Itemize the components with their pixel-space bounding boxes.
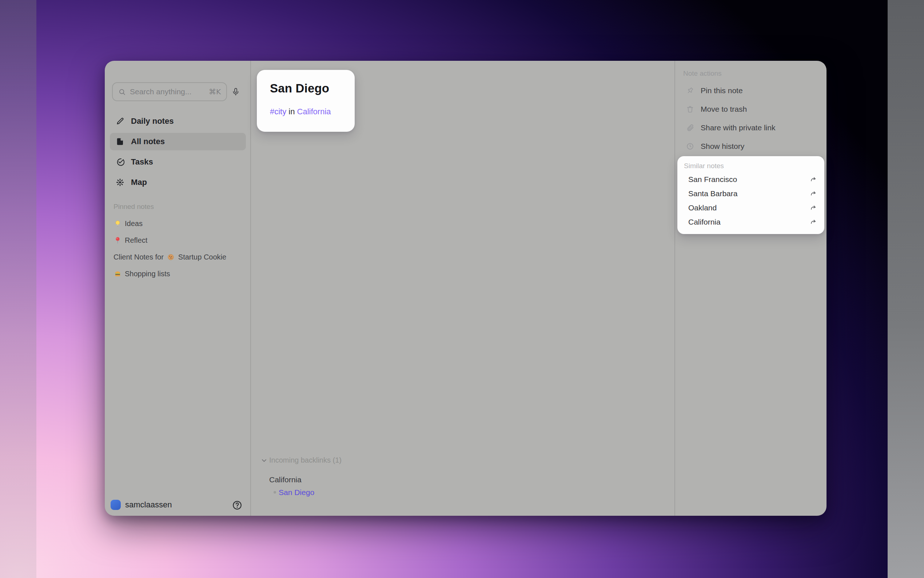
note-actions-panel: Note actions Pin this note — [675, 61, 827, 516]
search-shortcut: ⌘K — [209, 88, 221, 96]
sidebar-item-label: Daily notes — [131, 117, 173, 126]
sidebar-nav: Daily notes All notes Ta — [110, 112, 246, 194]
similar-notes-header: Similar notes — [684, 162, 724, 170]
backlink-bullet — [273, 491, 276, 494]
action-label: Share with private link — [701, 123, 775, 132]
pinned-note-client-notes[interactable]: Client Notes for Startup Cookie — [113, 248, 245, 265]
sidebar-item-label: All notes — [131, 137, 165, 146]
background-right-band — [888, 0, 924, 578]
note-card[interactable]: San Diego #city in California — [257, 70, 355, 132]
note-tags-line: #city in California — [270, 107, 331, 117]
help-button[interactable] — [231, 499, 243, 511]
note-tag-city[interactable]: #city — [270, 107, 286, 116]
action-show-history[interactable]: Show history — [686, 137, 821, 156]
similar-note-san-francisco[interactable]: San Francisco — [677, 172, 824, 186]
action-pin-this-note[interactable]: Pin this note — [686, 81, 821, 100]
sidebar-item-all-notes[interactable]: All notes — [110, 133, 246, 150]
microphone-icon — [231, 88, 240, 96]
pencil-icon — [116, 117, 125, 125]
cookie-emoji-icon — [167, 253, 175, 261]
file-icon — [116, 137, 125, 146]
sun-icon — [116, 178, 125, 187]
lightbulb-emoji-icon — [113, 219, 121, 227]
backlink-source-note[interactable]: California — [269, 475, 302, 484]
background-left-band — [0, 0, 36, 578]
action-label: Pin this note — [701, 86, 743, 95]
similar-note-label: San Francisco — [688, 175, 737, 184]
pinned-note-label-suffix: Startup Cookie — [178, 253, 226, 261]
note-actions-list: Pin this note Move to trash — [686, 81, 821, 156]
pinned-note-ideas[interactable]: Ideas — [113, 215, 245, 232]
open-note-arrow-icon[interactable] — [810, 176, 817, 183]
pinned-notes-header: Pinned notes — [113, 203, 154, 211]
sidebar-item-label: Tasks — [131, 157, 153, 167]
similar-note-santa-barbara[interactable]: Santa Barbara — [677, 186, 824, 201]
action-label: Show history — [701, 142, 744, 151]
user-name: samclaassen — [125, 500, 172, 510]
app-window: Search anything... ⌘K Daily notes — [105, 61, 827, 516]
open-note-arrow-icon[interactable] — [810, 190, 817, 197]
clock-icon — [686, 142, 694, 150]
chevron-down-icon — [261, 457, 268, 464]
similar-notes-list: San Francisco Santa Barbara — [677, 172, 824, 229]
pinned-note-label: Ideas — [125, 219, 142, 228]
backlink-link-san-diego[interactable]: San Diego — [279, 488, 314, 497]
sidebar-item-map[interactable]: Map — [110, 174, 246, 191]
user-avatar[interactable] — [111, 500, 121, 510]
pin-icon — [686, 87, 694, 95]
note-title: San Diego — [270, 81, 329, 95]
similar-notes-card: Similar notes San Francisco Santa Barbar… — [677, 156, 824, 234]
trash-icon — [686, 105, 694, 113]
hamburger-emoji-icon — [113, 270, 121, 278]
sidebar-item-label: Map — [131, 178, 147, 187]
open-note-arrow-icon[interactable] — [810, 218, 817, 226]
microphone-button[interactable] — [229, 85, 242, 98]
sidebar: Search anything... ⌘K Daily notes — [105, 61, 251, 516]
round-pushpin-emoji-icon — [113, 236, 121, 244]
pinned-note-shopping-lists[interactable]: Shopping lists — [113, 265, 245, 282]
backlinks-collapse-button[interactable] — [261, 457, 268, 464]
open-note-arrow-icon[interactable] — [810, 204, 817, 211]
similar-note-label: Santa Barbara — [688, 189, 737, 198]
search-input[interactable]: Search anything... ⌘K — [112, 82, 227, 101]
pinned-note-label: Shopping lists — [125, 270, 170, 278]
action-share-private-link[interactable]: Share with private link — [686, 118, 821, 137]
search-placeholder: Search anything... — [130, 88, 205, 96]
similar-note-california[interactable]: California — [677, 215, 824, 229]
note-actions-header: Note actions — [683, 70, 722, 78]
check-circle-icon — [116, 157, 125, 166]
action-label: Move to trash — [701, 105, 747, 114]
paperclip-icon — [686, 124, 694, 132]
pinned-note-label: Reflect — [125, 236, 147, 245]
pinned-note-label-prefix: Client Notes for — [113, 253, 164, 261]
pinned-note-reflect[interactable]: Reflect — [113, 232, 245, 248]
backlinks-header[interactable]: Incoming backlinks (1) — [269, 456, 341, 464]
similar-note-label: Oakland — [688, 203, 717, 212]
pinned-notes-list: Ideas Reflect Client Notes for — [113, 215, 245, 282]
similar-note-oakland[interactable]: Oakland — [677, 201, 824, 215]
note-tag-connector: in — [286, 107, 297, 116]
search-icon — [118, 88, 126, 96]
help-circle-icon — [232, 500, 243, 511]
note-link-california[interactable]: California — [297, 107, 331, 116]
similar-note-label: California — [688, 218, 721, 226]
sidebar-item-daily-notes[interactable]: Daily notes — [110, 112, 246, 130]
action-move-to-trash[interactable]: Move to trash — [686, 100, 821, 118]
sidebar-item-tasks[interactable]: Tasks — [110, 153, 246, 171]
